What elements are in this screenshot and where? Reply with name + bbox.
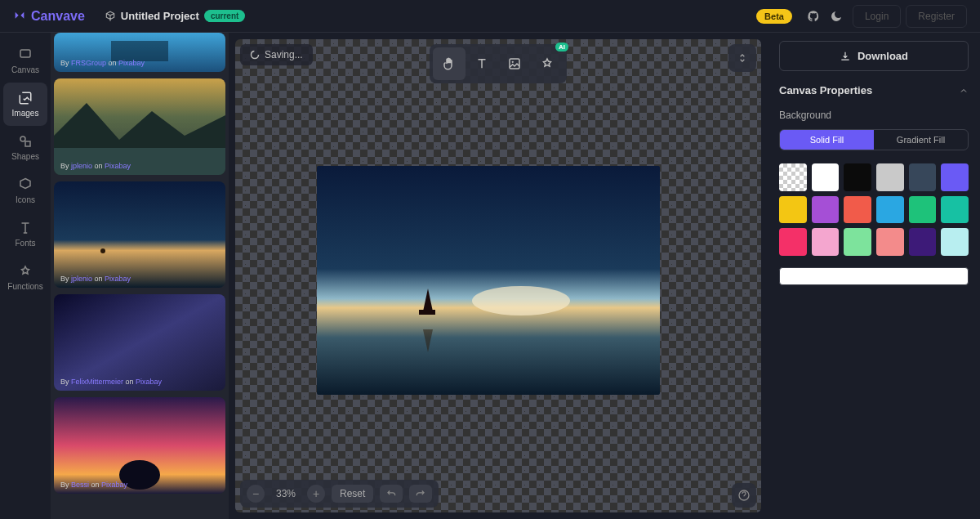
color-swatch[interactable] (876, 163, 904, 191)
sidebar-item-label: Canvas (11, 65, 39, 74)
sidebar-item-shapes[interactable]: Shapes (0, 126, 51, 169)
svg-point-18 (252, 51, 259, 59)
color-swatch[interactable] (941, 196, 969, 224)
background-label: Background (779, 110, 969, 121)
undo-button[interactable] (380, 485, 403, 503)
svg-rect-2 (25, 141, 30, 146)
images-icon (18, 91, 33, 105)
canvas-properties-header[interactable]: Canvas Properties (779, 79, 969, 101)
color-swatch[interactable] (812, 163, 840, 191)
functions-icon (18, 264, 33, 279)
color-swatch[interactable] (876, 228, 904, 256)
reset-zoom-button[interactable]: Reset (332, 485, 373, 503)
images-panel: By FRSGroup on Pixabay By jplenio on Pix… (51, 33, 229, 519)
download-icon (840, 51, 851, 62)
logo-icon (13, 10, 26, 23)
brand-name: Canvave (31, 9, 85, 24)
text-tool-button[interactable] (466, 47, 498, 80)
color-swatch[interactable] (909, 228, 937, 256)
redo-button[interactable] (409, 485, 432, 503)
sidebar-item-icons[interactable]: Icons (0, 169, 51, 213)
zoom-value: 33% (271, 488, 301, 499)
sidebar-item-fonts[interactable]: Fonts (0, 213, 51, 256)
icons-icon (18, 177, 33, 192)
sidebar-item-label: Functions (7, 282, 42, 291)
sidebar-item-images[interactable]: Images (3, 83, 47, 126)
properties-panel: Download Canvas Properties Background So… (768, 33, 980, 519)
svg-rect-10 (54, 294, 225, 391)
spinner-icon (250, 50, 260, 60)
zoom-in-button[interactable]: + (307, 485, 325, 503)
theme-toggle-icon[interactable] (830, 10, 843, 23)
color-swatch[interactable] (909, 196, 937, 224)
color-swatch[interactable] (909, 163, 937, 191)
image-thumb[interactable]: By jplenio on Pixabay (54, 181, 225, 288)
svg-rect-13 (317, 166, 660, 395)
color-swatch[interactable] (812, 196, 840, 224)
color-swatch[interactable] (779, 228, 807, 256)
image-thumb[interactable]: By FelixMittermeier on Pixabay (54, 294, 225, 391)
zoom-out-button[interactable]: − (247, 485, 265, 503)
canvas-placed-image[interactable] (317, 166, 660, 395)
color-swatch[interactable] (941, 228, 969, 256)
left-sidebar: Canvas Images Shapes Icons Fonts Functio… (0, 33, 51, 519)
image-thumb[interactable]: By FRSGroup on Pixabay (54, 33, 225, 72)
github-icon[interactable] (807, 10, 820, 23)
thumb-credit: By Bessi on Pixabay (60, 481, 127, 489)
canvas-area: Saving... AI − 33% + Reset (229, 33, 768, 519)
sidebar-item-label: Fonts (15, 239, 35, 248)
color-swatch[interactable] (941, 163, 969, 191)
ai-badge: AI (555, 43, 568, 51)
svg-point-1 (20, 136, 25, 141)
help-button[interactable] (732, 483, 756, 508)
tab-gradient-fill[interactable]: Gradient Fill (874, 130, 968, 150)
chevron-up-icon (959, 86, 969, 96)
canvas-toolbar: AI (430, 44, 567, 83)
zoom-bar: − 33% + Reset (240, 480, 439, 508)
color-swatch[interactable] (779, 163, 807, 191)
ai-tool-button[interactable]: AI (531, 47, 564, 80)
fonts-icon (18, 221, 33, 235)
color-swatch[interactable] (844, 163, 871, 191)
canvas-viewport[interactable] (235, 39, 761, 512)
color-swatch[interactable] (844, 196, 871, 224)
thumb-credit: By jplenio on Pixabay (60, 275, 131, 283)
svg-rect-0 (20, 50, 30, 57)
svg-rect-19 (510, 59, 519, 69)
topbar: Canvave Untitled Project current Beta Lo… (0, 0, 980, 33)
project-name: Untitled Project (121, 10, 199, 22)
color-swatch[interactable] (779, 196, 807, 224)
shapes-icon (18, 134, 33, 149)
svg-point-20 (512, 61, 514, 63)
svg-point-14 (472, 286, 570, 315)
image-thumb[interactable]: By jplenio on Pixabay (54, 78, 225, 175)
thumb-credit: By FRSGroup on Pixabay (60, 59, 145, 67)
thumb-credit: By jplenio on Pixabay (60, 162, 131, 170)
project-title-area[interactable]: Untitled Project current (105, 10, 246, 22)
color-swatches (779, 163, 969, 256)
hand-tool-button[interactable] (433, 47, 466, 80)
color-swatch[interactable] (844, 228, 871, 256)
svg-point-9 (100, 248, 105, 253)
login-button[interactable]: Login (853, 5, 901, 28)
beta-badge: Beta (756, 9, 792, 24)
color-value-input[interactable] (779, 267, 969, 285)
sidebar-item-canvas[interactable]: Canvas (0, 39, 51, 83)
download-button[interactable]: Download (779, 41, 969, 71)
thumb-credit: By FelixMittermeier on Pixabay (60, 378, 162, 386)
scroll-toggle-button[interactable] (728, 44, 756, 72)
color-swatch[interactable] (876, 196, 904, 224)
sidebar-item-label: Shapes (11, 152, 39, 161)
saving-indicator: Saving... (240, 44, 313, 65)
brand-logo[interactable]: Canvave (13, 9, 85, 24)
sidebar-item-functions[interactable]: Functions (0, 256, 51, 299)
image-thumb[interactable]: By Bessi on Pixabay (54, 397, 225, 494)
svg-rect-16 (419, 310, 435, 315)
tab-solid-fill[interactable]: Solid Fill (780, 130, 874, 150)
color-swatch[interactable] (812, 228, 840, 256)
register-button[interactable]: Register (906, 5, 967, 28)
canvas-icon (18, 47, 33, 62)
cube-icon (105, 11, 116, 22)
image-tool-button[interactable] (498, 47, 531, 80)
sidebar-item-label: Images (12, 109, 39, 118)
